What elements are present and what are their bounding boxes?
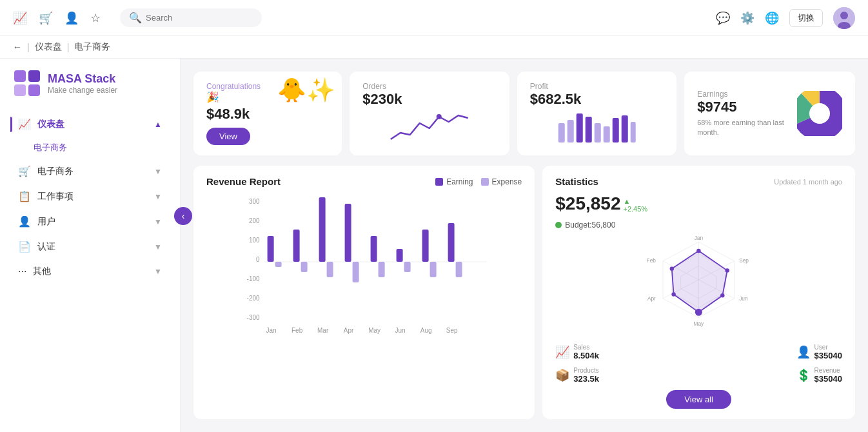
svg-point-7 — [437, 114, 442, 119]
svg-rect-38 — [379, 262, 385, 277]
sidebar-item-tasks[interactable]: 📋 工作事项 ▼ — [10, 184, 170, 209]
star-icon[interactable]: ☆ — [90, 11, 101, 25]
sales-trend-icon: 📈 — [555, 345, 569, 359]
revenue-label: Revenue — [814, 367, 842, 374]
cart-icon[interactable]: 🛒 — [39, 11, 53, 25]
sidebar-item-ecommerce[interactable]: 🛒 电子商务 ▼ — [10, 159, 170, 184]
user-nav-icon[interactable]: 👤 — [64, 11, 79, 25]
budget-row: Budget:56,800 — [555, 221, 842, 230]
view-button[interactable]: View — [206, 128, 250, 145]
sidebar-sub-ecommerce[interactable]: 电子商务 — [10, 137, 170, 159]
view-all-button[interactable]: View all — [666, 390, 731, 409]
breadcrumb-ecommerce[interactable]: 电子商务 — [74, 41, 110, 53]
legend-earning-dot — [435, 178, 443, 186]
revenue-value: $35040 — [814, 374, 842, 384]
orders-value: $230k — [362, 91, 497, 108]
top-navigation: 📈 🛒 👤 ☆ 🔍 💬 ⚙️ 🌐 切换 — [0, 0, 868, 36]
legend-expense: Expense — [481, 177, 522, 186]
svg-text:Jan: Jan — [266, 327, 277, 334]
svg-rect-41 — [422, 230, 429, 262]
svg-rect-43 — [448, 223, 455, 262]
breadcrumb-sep1: | — [27, 42, 30, 52]
svg-rect-4 — [28, 70, 40, 82]
delta-pct: +2.45% — [623, 205, 647, 213]
orders-label: Orders — [362, 82, 497, 91]
user-stat: 👤 User $35040 — [796, 344, 842, 360]
search-icon: 🔍 — [129, 12, 142, 24]
tasks-arrow: ▼ — [154, 192, 162, 201]
svg-rect-44 — [456, 262, 462, 277]
sidebar-item-dashboard[interactable]: 📈 仪表盘 ▲ — [10, 112, 170, 137]
trend-icon[interactable]: 📈 — [13, 11, 27, 25]
mini-stats-row2: 📦 Products 323.5k 💲 Revenue $35040 — [555, 367, 842, 384]
orders-card: Orders $230k — [350, 72, 509, 155]
sidebar-collapse-button[interactable]: ‹ — [174, 207, 192, 225]
svg-text:100: 100 — [249, 237, 260, 244]
svg-rect-39 — [397, 249, 403, 262]
svg-point-65 — [670, 267, 674, 271]
svg-text:Jun: Jun — [395, 327, 406, 334]
svg-text:200: 200 — [249, 217, 260, 224]
bottom-row: Revenue Report Earning Expense 300 200 — [193, 166, 855, 419]
sidebar-nav: 📈 仪表盘 ▲ 电子商务 🛒 电子商务 ▼ 📋 工作事项 ▼ 👤 用户 ▼ — [0, 108, 180, 288]
statistics-updated: Updated 1 month ago — [774, 178, 842, 186]
ecommerce-arrow: ▼ — [154, 167, 162, 176]
search-input[interactable] — [146, 13, 253, 23]
earnings-note: 68% more earning than last month. — [697, 118, 789, 138]
other-arrow: ▼ — [154, 267, 162, 276]
main-layout: MASA Stack Make change easier 📈 仪表盘 ▲ 电子… — [0, 59, 868, 432]
svg-text:May: May — [368, 327, 380, 334]
svg-rect-10 — [576, 113, 582, 142]
products-icon: 📦 — [555, 368, 569, 382]
breadcrumb-dashboard[interactable]: 仪表盘 — [35, 41, 62, 53]
svg-rect-3 — [14, 70, 26, 82]
legend-expense-dot — [481, 178, 489, 186]
other-icon: ··· — [18, 266, 26, 277]
svg-marker-59 — [672, 251, 727, 312]
back-button[interactable]: ← — [13, 42, 22, 52]
profit-value: $682.5k — [530, 91, 664, 108]
statistics-header: Statistics Updated 1 month ago — [555, 176, 842, 187]
svg-rect-42 — [430, 262, 437, 277]
message-icon[interactable]: 💬 — [716, 11, 730, 25]
svg-text:Apr: Apr — [344, 327, 354, 334]
ecommerce-icon: 🛒 — [18, 165, 31, 177]
svg-rect-13 — [603, 126, 609, 142]
svg-rect-40 — [404, 262, 411, 272]
profit-card: Profit $682.5k — [517, 72, 677, 155]
legend-earning-label: Earning — [446, 177, 473, 186]
sidebar-item-auth[interactable]: 📄 认证 ▼ — [10, 234, 170, 259]
svg-rect-6 — [28, 84, 40, 96]
sidebar-logo: MASA Stack Make change easier — [0, 69, 180, 108]
svg-text:Apr: Apr — [647, 295, 656, 302]
svg-rect-37 — [371, 236, 377, 262]
svg-rect-12 — [594, 123, 600, 142]
svg-text:-100: -100 — [247, 275, 260, 282]
translate-icon[interactable]: 🌐 — [765, 11, 779, 25]
products-value: 323.5k — [573, 374, 599, 384]
svg-text:0: 0 — [256, 256, 260, 263]
logo-text: MASA Stack — [48, 72, 117, 86]
svg-rect-16 — [630, 122, 635, 142]
sidebar-item-other[interactable]: ··· 其他 ▼ — [10, 259, 170, 284]
switch-button[interactable]: 切换 — [789, 9, 823, 27]
svg-rect-30 — [275, 262, 282, 267]
delta-arrow: ▲ — [623, 197, 630, 205]
user-stat-icon: 👤 — [796, 345, 811, 359]
top-nav-right: 💬 ⚙️ 🌐 切换 — [716, 7, 855, 29]
search-bar[interactable]: 🔍 — [120, 8, 262, 27]
svg-rect-14 — [612, 118, 618, 142]
svg-rect-5 — [14, 84, 26, 96]
congrats-image: 🐥✨ — [277, 77, 335, 104]
sales-stat: 📈 Sales 8.504k — [555, 344, 599, 360]
revenue-chart: 300 200 100 0 -100 -200 -300 — [206, 192, 522, 334]
sidebar-dashboard-label: 仪表盘 — [37, 119, 64, 130]
settings-icon[interactable]: ⚙️ — [740, 11, 755, 25]
auth-arrow: ▼ — [154, 242, 162, 251]
tasks-icon: 📋 — [18, 190, 31, 202]
sidebar-item-users[interactable]: 👤 用户 ▼ — [10, 209, 170, 234]
products-stat: 📦 Products 323.5k — [555, 367, 599, 384]
breadcrumb: ← | 仪表盘 | 电子商务 — [0, 36, 868, 59]
avatar[interactable] — [833, 7, 855, 29]
profit-chart — [530, 110, 664, 142]
